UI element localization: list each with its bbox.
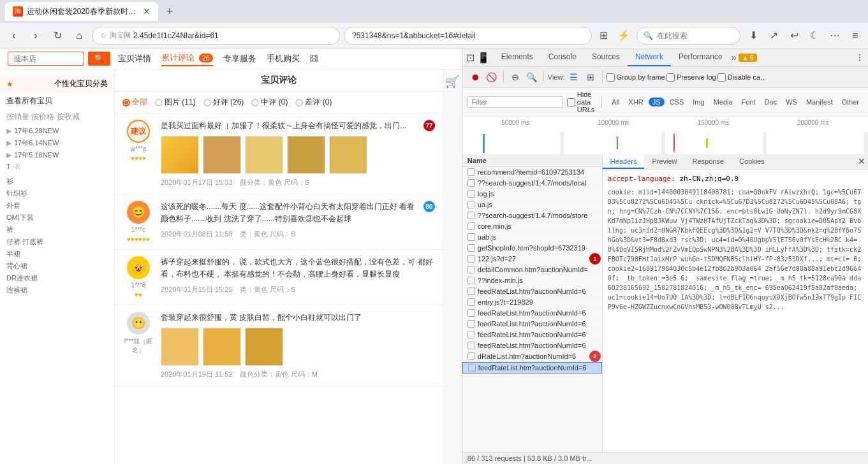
row-log[interactable]: log.js — [462, 189, 602, 199]
tab-icon[interactable]: ⊞ — [596, 28, 611, 43]
sidebar-item-coat[interactable]: 外套 — [0, 199, 114, 212]
row-checkbox-3[interactable] — [467, 190, 475, 198]
filter-bad[interactable]: 差评 (0) — [295, 97, 332, 108]
row-checkbox-15[interactable] — [467, 320, 475, 328]
sidebar-item-knit[interactable]: 针织衫 — [0, 187, 114, 199]
headers-tab[interactable]: Headers — [603, 155, 645, 169]
devtools-mobile-icon[interactable]: 📱 — [477, 52, 490, 64]
row-checkbox-8[interactable] — [467, 244, 475, 252]
tab-close-button[interactable]: ✕ — [143, 6, 151, 17]
menu-icon[interactable]: ≡ — [848, 28, 863, 43]
sidebar-item-skirt[interactable]: 半裙 — [0, 248, 114, 260]
row-core[interactable]: core.min.js — [462, 221, 602, 232]
review-4-img-2[interactable] — [203, 328, 241, 366]
warn-badge[interactable]: ▲ 6 — [739, 54, 756, 62]
filter-all[interactable]: 全部 — [122, 97, 147, 108]
row-feed-3[interactable]: feedRateList.htm?auctionNumId=6 — [462, 319, 602, 330]
cookies-tab[interactable]: Cookies — [732, 155, 772, 169]
clear-button[interactable]: 🚫 — [484, 69, 499, 85]
cart-icon[interactable]: 🛒 — [445, 75, 459, 89]
url-bar[interactable]: ☆ 淘宝网 2.45de1f1cZ4NIar&id=61 — [92, 27, 340, 45]
review-img-3[interactable] — [245, 136, 283, 174]
type-other[interactable]: Other — [837, 98, 863, 106]
type-xhr[interactable]: XHR — [625, 98, 647, 106]
filter-input[interactable] — [467, 96, 563, 108]
row-recommend[interactable]: recommend?itemid=61097253134 — [462, 167, 602, 178]
record-button[interactable]: ⏺ — [467, 69, 483, 85]
sidebar-item-1[interactable]: ▶ 17年6.28NEW — [0, 125, 114, 137]
row-checkbox-7[interactable] — [467, 233, 475, 241]
extensions-icon[interactable]: ⚡ — [616, 28, 631, 43]
type-media[interactable]: Media — [710, 98, 737, 106]
row-checkbox-11[interactable] — [467, 277, 475, 284]
search-box[interactable]: 🔍 — [636, 27, 740, 45]
sidebar-item-pants[interactable]: 裤 — [0, 224, 114, 236]
sidebar-item-dr[interactable]: DR连衣裙 — [0, 272, 114, 284]
back-button[interactable]: ‹ — [5, 27, 23, 45]
nav-item-service[interactable]: 专享服务 — [223, 52, 256, 66]
search-input[interactable] — [657, 31, 733, 40]
review-img-5[interactable] — [329, 136, 367, 174]
moon-icon[interactable]: ☾ — [807, 28, 822, 43]
filter-img[interactable]: 图片 (11) — [155, 97, 196, 108]
url-bar-2[interactable]: ?531348&ns=1&abbucket=16#detail — [344, 27, 592, 45]
preserve-log-checkbox[interactable]: Preserve log — [666, 73, 716, 82]
row-uab[interactable]: uab.js — [462, 232, 602, 243]
download-icon[interactable]: ⬇ — [746, 28, 761, 43]
row-feed-selected[interactable]: feedRateList.htm?auctionNumId=6 — [462, 362, 602, 373]
type-css[interactable]: CSS — [666, 98, 688, 106]
group-by-frame-checkbox[interactable]: Group by frame — [607, 73, 665, 82]
settings-icon[interactable]: ⋮ — [855, 52, 864, 62]
filter-good[interactable]: 好评 (26) — [203, 97, 244, 108]
row-index[interactable]: ??index-min.js — [462, 275, 602, 286]
back-forward-icon[interactable]: ↩ — [786, 28, 802, 43]
row-search-2[interactable]: ??search-suggest/1.4.7/mods/store — [462, 210, 602, 221]
row-feed-1[interactable]: feedRateList.htm?auctionNumId=6 — [462, 286, 602, 297]
sidebar-item-conn-skirt[interactable]: 连裤裙 — [0, 284, 114, 296]
shop-search-input[interactable] — [8, 52, 84, 66]
row-shopinfo[interactable]: getShopInfo.htm?shopId=6732319 — [462, 243, 602, 254]
sidebar-item-t[interactable]: T ·衣 — [0, 161, 114, 173]
browser-tab-active[interactable]: 淘 运动休闲套装2020春季新款时尚洋气... ✕ — [5, 2, 158, 21]
type-doc[interactable]: Doc — [761, 98, 781, 106]
row-checkbox-9[interactable] — [467, 255, 475, 263]
row-feed-4[interactable]: feedRateList.htm?auctionNumId=6 — [462, 330, 602, 340]
new-tab-button[interactable]: + — [161, 3, 179, 20]
devtools-cursor-icon[interactable]: ⊡ — [466, 52, 474, 64]
review-4-img-3[interactable] — [245, 328, 283, 366]
row-checkbox-4[interactable] — [467, 201, 475, 208]
row-122[interactable]: 122.js?d=27 1 — [462, 254, 602, 265]
tab-elements[interactable]: Elements — [494, 48, 541, 66]
share-icon[interactable]: ↗ — [766, 28, 781, 43]
row-entry[interactable]: entry.js?t=219829 — [462, 297, 602, 308]
nav-item-detail[interactable]: 宝贝详情 — [118, 52, 151, 66]
row-checkbox-13[interactable] — [467, 298, 475, 306]
row-search-1[interactable]: ??search-suggest/1.4.7/mods/local — [462, 178, 602, 189]
shop-search-button[interactable]: 🔍 — [88, 52, 110, 66]
row-checkbox-12[interactable] — [467, 287, 475, 295]
preview-tab[interactable]: Preview — [644, 155, 684, 169]
tab-network[interactable]: Network — [628, 48, 671, 66]
nav-item-mobile[interactable]: 手机购买 — [267, 52, 300, 66]
filter-icon[interactable]: ⊖ — [508, 69, 523, 85]
row-feed-5[interactable]: feedRateList.htm?auctionNumId=6 — [462, 340, 602, 351]
type-font[interactable]: Font — [738, 98, 760, 106]
review-img-1[interactable] — [161, 136, 199, 174]
tab-console[interactable]: Console — [541, 48, 584, 66]
review-4-img-1[interactable] — [161, 328, 199, 366]
filter-mid[interactable]: 中评 (0) — [251, 97, 288, 108]
sidebar-all-items[interactable]: 查看所有宝贝 — [0, 93, 114, 109]
row-checkbox-16[interactable] — [467, 331, 475, 338]
row-checkbox-17[interactable] — [467, 342, 475, 349]
row-checkbox-14[interactable] — [467, 309, 475, 317]
home-button[interactable]: ⌂ — [70, 27, 88, 45]
row-checkbox-5[interactable] — [467, 212, 475, 219]
review-img-2[interactable] — [203, 136, 241, 174]
more-icon[interactable]: ⋯ — [827, 28, 842, 43]
row-detail[interactable]: detailCommon.htm?auctionNumId= — [462, 265, 602, 275]
row-checkbox-10[interactable] — [467, 266, 475, 273]
more-tabs-icon[interactable]: » — [732, 52, 737, 62]
sidebar-item-bg-skirt[interactable]: 背心裙 — [0, 260, 114, 272]
row-checkbox[interactable] — [467, 168, 475, 176]
search-icon[interactable]: 🔍 — [524, 69, 540, 85]
